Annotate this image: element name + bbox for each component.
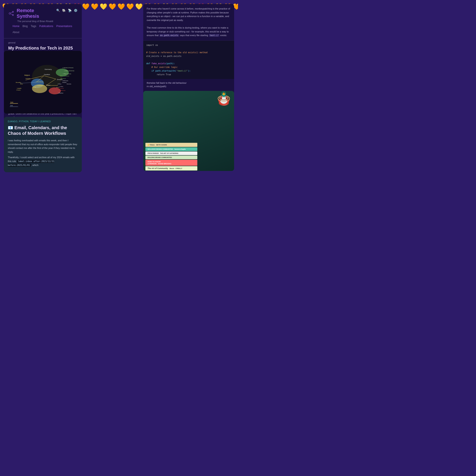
code-line-comment-1: # Create a reference to the old exists()… — [146, 51, 231, 54]
nav-home[interactable]: Home — [13, 25, 19, 28]
svg-text:Athus: Athus — [20, 83, 23, 85]
code-line-3: def fake_exists(path): — [146, 62, 231, 65]
search-icon[interactable]: 🔍 — [56, 9, 60, 12]
svg-text:x Tallinn (Estonia): x Tallinn (Estonia) — [64, 70, 74, 71]
svg-text:Steiermark: Steiermark — [60, 90, 66, 91]
svg-point-2 — [12, 15, 13, 16]
post-tags: DJANGO, PYTHON, TODAY I LEARNED — [8, 120, 78, 123]
post-emoji: 📧 — [8, 125, 13, 130]
book-6: The Art of Community Bacon O'REILLY — [145, 166, 197, 170]
svg-line-3 — [11, 12, 12, 13]
rss-icon[interactable]: 📡 — [68, 9, 72, 12]
nav-presentations[interactable]: Presentations — [56, 25, 72, 28]
mastodon-icon[interactable]: 🐘 — [62, 9, 66, 12]
svg-text:Belgium: Belgium — [24, 74, 30, 76]
code-panel-text: For those who haven't come across it bef… — [143, 4, 234, 41]
book-4: BUILDING BRAND COMMUNITIES — [145, 155, 197, 159]
book-2: INCLUSIVE DESIGN COMMUNITIES Sameera Kap… — [145, 147, 197, 151]
code-lower-line-2: rn old_exists(path) — [147, 85, 231, 88]
blog-header: Remote Synthesis 🔍 🐘 📡 ⚙️ The personal b… — [4, 4, 82, 38]
svg-text:x Helsinki (Finland): x Helsinki (Finland) — [62, 67, 73, 68]
svg-text:x Wien: x Wien — [59, 86, 63, 87]
svg-text:Germany: Germany — [45, 68, 52, 70]
svg-point-1 — [12, 11, 13, 12]
bottom-post-p2: Thankfully, I could select and archive a… — [8, 155, 78, 167]
bottom-post-card: DJANGO, PYTHON, TODAY I LEARNED 📧 Email,… — [4, 117, 82, 172]
code-line-4: if path.startswith('test://'): — [146, 69, 231, 73]
code-panel-p1: For those who haven't come across it bef… — [147, 7, 231, 22]
svg-text:Bruxelles: Bruxelles — [16, 82, 21, 83]
svg-text:x Warszawa: x Warszawa — [62, 80, 68, 81]
code-inline-2: test:// — [209, 34, 220, 37]
books-panel: 🪆 🟡 Tribes SETH GODIN INCLUSIVE DESIGN C… — [143, 91, 234, 171]
heart-14: 🧡 — [118, 3, 125, 10]
svg-text:train: train — [10, 102, 13, 103]
bottom-title-text: Email, Calendars, and the Chaos of Moder… — [8, 125, 67, 136]
svg-text:Geche: Geche — [56, 86, 60, 88]
matryoshka-dolls: 🪆 — [216, 91, 232, 106]
code-line-1: import os — [146, 43, 231, 47]
book-5: HOW TO KNOWA PERSON DAVID BROOKS — [145, 160, 197, 166]
bottom-post-title[interactable]: 📧 Email, Calendars, and the Chaos of Mod… — [8, 125, 78, 136]
blog-title-row: Remote Synthesis 🔍 🐘 📡 ⚙️ — [8, 8, 77, 19]
svg-text:Mockava: Mockava — [61, 78, 66, 79]
svg-text:(France): (France) — [17, 89, 20, 91]
header-icons: 🔍 🐘 📡 ⚙️ — [56, 9, 77, 12]
bottom-post-body: I was feeling overloaded with emails thi… — [8, 139, 78, 167]
svg-point-0 — [9, 13, 11, 14]
code-inline-1: os.path.exists — [159, 34, 179, 37]
bottom-post-p1: I was feeling overloaded with emails thi… — [8, 139, 78, 154]
svg-text:Frankfurt: Frankfurt — [44, 74, 50, 75]
code-lower-line-1: therwise fall back to the old behaviour — [147, 81, 231, 85]
site-subtitle: The personal blog of Brian Rinaldi — [17, 20, 77, 22]
email-code-snippet: label:inbox after:2023/12/31 before:2025… — [8, 160, 54, 167]
heart-10: 🧡 — [82, 3, 90, 10]
books-stack: 🟡 Tribes SETH GODIN INCLUSIVE DESIGN COM… — [145, 143, 197, 171]
code-line-2: old_exists = os.path.exists — [146, 54, 231, 58]
nav-publications[interactable]: Publications — [39, 25, 53, 28]
site-title[interactable]: Remote Synthesis — [17, 8, 54, 19]
svg-text:Slomenia: Slomenia — [67, 83, 71, 85]
code-panel-p2: The most common time to do this is durin… — [147, 26, 231, 37]
svg-text:x Riga (Latvia): x Riga (Latvia) — [63, 73, 71, 74]
nav-tags[interactable]: Tags — [31, 25, 36, 28]
book-1: 🟡 Tribes SETH GODIN — [145, 143, 197, 147]
code-line-blank2 — [146, 58, 231, 62]
svg-text:Longjuille: Longjuille — [17, 88, 21, 89]
heart-13: 🧡 — [109, 3, 116, 10]
nav-blog[interactable]: Blog — [22, 25, 28, 28]
code-line-comment-2: # Our override logic — [146, 65, 231, 69]
site-logo-icon — [8, 10, 15, 17]
code-block: import os # Create a reference to the ol… — [143, 41, 234, 79]
map-section: Belgium Antwerp Bruxelles Germany Frankf… — [4, 51, 82, 114]
nav-about[interactable]: About — [13, 31, 19, 34]
code-line-blank — [146, 47, 231, 51]
svg-text:(Poland): (Poland) — [62, 82, 67, 83]
svg-text:Vilnius Lithuania: Vilnius Lithuania — [60, 75, 69, 77]
heart-12: 💛 — [100, 3, 107, 10]
svg-text:Luxembourg: Luxembourg — [37, 85, 45, 86]
europe-map: Belgium Antwerp Bruxelles Germany Frankf… — [4, 51, 82, 114]
svg-text:Pétange: Pétange — [32, 86, 36, 88]
svg-text:bus: bus — [10, 105, 13, 106]
book-3: PRIYA PARKER THE ART OF GATHERING — [145, 152, 197, 155]
svg-text:x Brno: x Brno — [58, 83, 61, 85]
svg-text:Austria: Austria — [60, 88, 64, 89]
books-visual: 🪆 🟡 Tribes SETH GODIN INCLUSIVE DESIGN C… — [143, 91, 234, 171]
heart-15: 🧡 — [126, 3, 134, 10]
code-line-5: return True — [146, 73, 231, 76]
main-nav: Home Blog Tags Publications Presentation… — [8, 22, 77, 36]
theme-toggle-icon[interactable]: ⚙️ — [74, 9, 77, 12]
svg-line-4 — [11, 14, 12, 15]
heart-11: 🧡 — [91, 3, 99, 10]
svg-text:x Maribor: x Maribor — [58, 92, 63, 94]
post-category: general — [8, 42, 77, 44]
heart-16: 💛 — [135, 3, 143, 10]
